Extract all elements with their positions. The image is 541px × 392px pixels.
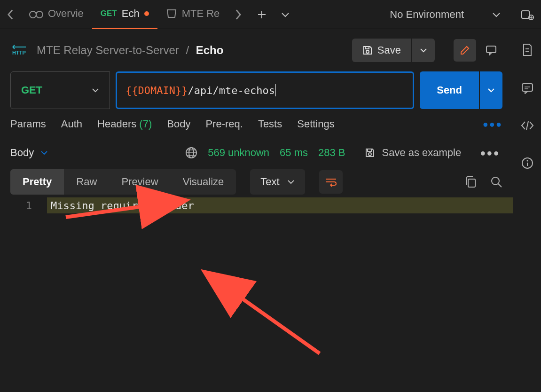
view-visualize[interactable]: Visualize — [171, 169, 236, 195]
svg-rect-13 — [368, 149, 371, 151]
document-icon — [522, 43, 533, 56]
chevron-down-icon — [281, 12, 290, 17]
wrap-lines-button[interactable] — [319, 170, 343, 194]
chevron-down-icon — [492, 12, 501, 17]
tab-headers-label: Headers — [97, 118, 136, 130]
binoculars-icon — [29, 8, 43, 19]
info-button[interactable] — [521, 157, 533, 169]
svg-rect-2 — [522, 11, 529, 18]
svg-point-9 — [366, 50, 369, 53]
tab-params[interactable]: Params — [10, 118, 46, 130]
send-label: Send — [437, 84, 462, 96]
tab-label: MTE Re — [182, 8, 220, 20]
response-view-tabs: Pretty Raw Preview Visualize — [10, 169, 236, 195]
response-body-label: Body — [10, 147, 34, 159]
search-icon — [490, 176, 502, 188]
method-select[interactable]: GET — [10, 71, 110, 109]
svg-rect-15 — [468, 179, 475, 187]
save-icon — [362, 45, 373, 55]
save-menu-button[interactable] — [412, 39, 435, 62]
copy-icon — [465, 176, 476, 188]
tab-body[interactable]: Body — [167, 118, 190, 130]
environment-icon — [521, 9, 534, 20]
response-section-select[interactable]: Body — [10, 147, 48, 159]
content-type-select[interactable]: Text — [250, 169, 305, 195]
search-response-button[interactable] — [490, 176, 502, 188]
comment-button[interactable] — [480, 39, 502, 62]
edit-button[interactable] — [454, 39, 476, 62]
more-options-button[interactable]: ●●● — [483, 119, 502, 130]
save-icon — [365, 148, 375, 158]
method-label: GET — [21, 84, 42, 96]
svg-rect-4 — [522, 84, 533, 91]
tab-label: Overvie — [48, 8, 84, 20]
info-icon — [521, 157, 533, 169]
tab-menu-button[interactable] — [275, 0, 296, 29]
modified-dot-icon — [144, 11, 149, 16]
svg-rect-10 — [486, 46, 496, 53]
view-raw[interactable]: Raw — [64, 169, 109, 195]
comments-button[interactable] — [521, 83, 533, 94]
breadcrumb: MTE Relay Server-to-Server / Echo — [37, 44, 223, 57]
tab-tests[interactable]: Tests — [258, 118, 282, 130]
chevron-down-icon — [287, 180, 295, 184]
response-more-button[interactable]: ●●● — [480, 148, 500, 158]
tab-label: Ech — [122, 8, 140, 20]
svg-point-14 — [369, 153, 371, 156]
response-status[interactable]: 569 unknown — [208, 147, 269, 159]
view-preview[interactable]: Preview — [109, 169, 170, 195]
save-button[interactable]: Save — [352, 39, 411, 62]
save-label: Save — [377, 44, 401, 56]
send-button[interactable]: Send — [420, 71, 479, 109]
tab-auth[interactable]: Auth — [61, 118, 82, 130]
tab-method: GET — [101, 9, 117, 18]
save-as-example-button[interactable]: Save as example — [365, 147, 461, 159]
environment-label: No Environment — [390, 8, 464, 21]
svg-point-6 — [526, 160, 528, 162]
chevron-down-icon — [487, 88, 495, 93]
save-example-label: Save as example — [382, 147, 461, 159]
send-menu-button[interactable] — [480, 71, 502, 109]
tab-request-echo[interactable]: GET Ech — [92, 0, 157, 29]
tab-collection-mte[interactable]: MTE Re — [157, 0, 228, 29]
network-info-button[interactable] — [185, 147, 197, 159]
response-time[interactable]: 65 ms — [280, 147, 308, 159]
response-body: 1 Missing required header — [0, 197, 513, 213]
collection-icon — [166, 8, 177, 19]
http-icon: HTTP — [10, 43, 29, 58]
chevron-down-icon — [420, 48, 427, 53]
line-number: 1 — [0, 200, 47, 212]
chevron-down-icon — [40, 150, 48, 155]
breadcrumb-separator: / — [186, 44, 189, 56]
tab-headers[interactable]: Headers (7) — [97, 118, 152, 130]
response-line[interactable]: Missing required header — [47, 197, 513, 213]
tab-nav-back[interactable] — [0, 0, 21, 29]
view-pretty[interactable]: Pretty — [10, 169, 64, 195]
url-input[interactable]: {{DOMAIN}}/api/mte-echos — [116, 71, 414, 109]
breadcrumb-collection[interactable]: MTE Relay Server-to-Server — [37, 44, 179, 56]
comment-icon — [521, 83, 533, 94]
plus-icon — [257, 10, 267, 19]
code-icon — [520, 120, 534, 131]
url-path: /api/mte-echos — [188, 85, 274, 96]
documentation-button[interactable] — [522, 43, 533, 56]
content-type-label: Text — [260, 176, 279, 188]
environment-quicklook-button[interactable] — [513, 0, 541, 29]
comment-icon — [486, 45, 497, 55]
tab-nav-forward[interactable] — [228, 0, 249, 29]
wrap-icon — [325, 177, 337, 187]
tab-prereq[interactable]: Pre-req. — [205, 118, 243, 130]
code-button[interactable] — [520, 120, 534, 131]
url-variable: {{DOMAIN}} — [125, 85, 188, 96]
response-size[interactable]: 283 B — [318, 147, 345, 159]
globe-icon — [185, 147, 197, 159]
tab-headers-count: (7) — [139, 118, 152, 130]
copy-response-button[interactable] — [465, 176, 476, 188]
svg-rect-8 — [365, 47, 369, 49]
tab-overview[interactable]: Overvie — [21, 0, 92, 29]
chevron-down-icon — [92, 88, 99, 93]
environment-selector[interactable]: No Environment — [377, 0, 513, 29]
tab-settings[interactable]: Settings — [297, 118, 335, 130]
pencil-icon — [459, 45, 470, 56]
new-tab-button[interactable] — [249, 0, 275, 29]
